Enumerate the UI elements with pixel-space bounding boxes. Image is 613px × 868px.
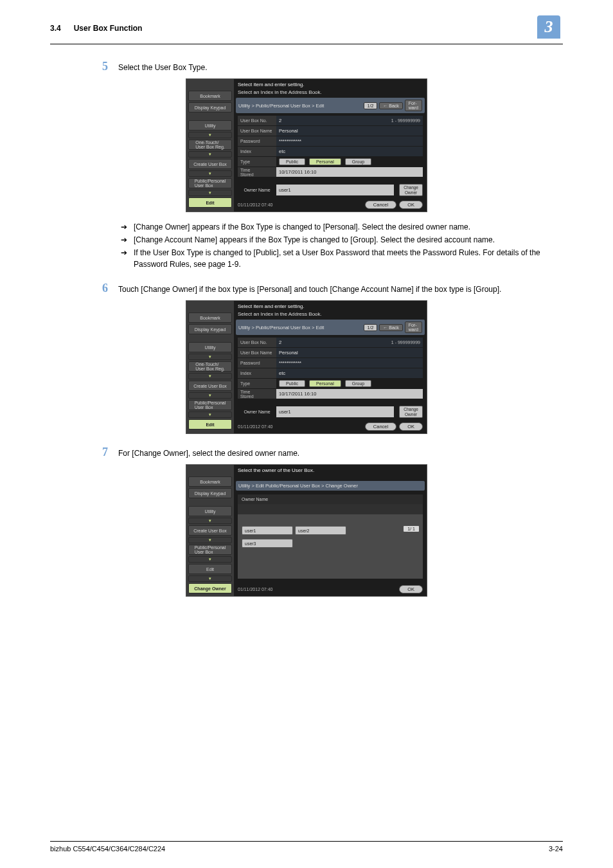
type-group-button[interactable]: Group bbox=[345, 380, 371, 387]
sidebar-item-public-personal[interactable]: Public/Personal User Box bbox=[188, 400, 232, 410]
arrow-down-icon: ▾ bbox=[188, 392, 232, 399]
section-title: User Box Function bbox=[74, 24, 143, 33]
type-personal-button[interactable]: Personal bbox=[309, 158, 341, 165]
ok-button[interactable]: OK bbox=[399, 422, 423, 431]
panel-body: User Box No. 2 1 - 999999999 User Box Na… bbox=[234, 113, 427, 198]
panel-subtitle: Select an Index in the Address Book. bbox=[234, 311, 427, 320]
bullet-text: [Change Owner] appears if the Box Type i… bbox=[134, 221, 470, 233]
panel-title: Select the owner of the User Box. bbox=[234, 465, 427, 475]
label-owner-name: Owner Name bbox=[238, 410, 276, 414]
change-owner-button[interactable]: Change Owner bbox=[399, 406, 423, 417]
bullet-item: ➔ [Change Account Name] appears if the B… bbox=[120, 234, 563, 246]
step5-bullets: ➔ [Change Owner] appears if the Box Type… bbox=[120, 221, 563, 270]
label-password: Password bbox=[238, 358, 276, 368]
product-name: bizhub C554/C454/C364/C284/C224 bbox=[50, 845, 165, 853]
value-password[interactable]: ************ bbox=[276, 136, 423, 146]
back-button[interactable]: ← Back bbox=[379, 102, 403, 109]
panel-title: Select item and enter setting. bbox=[234, 79, 427, 89]
sidebar-item-onetouch[interactable]: One-Touch/ User Box Reg. bbox=[188, 361, 232, 372]
section-num: 3.4 bbox=[50, 24, 61, 33]
sidebar-item-create-userbox[interactable]: Create User Box bbox=[188, 159, 232, 169]
sidebar-item-public-personal[interactable]: Public/Personal User Box bbox=[188, 178, 232, 188]
row-owner: Owner Name user1 Change Owner bbox=[238, 406, 423, 417]
sidebar-item-change-owner[interactable]: Change Owner bbox=[188, 583, 232, 593]
breadcrumb-text: Utility > Edit Public/Personal User Box … bbox=[238, 483, 422, 489]
value-index[interactable]: etc bbox=[276, 147, 423, 156]
panel-sidebar: Bookmark Display Keypad Utility ▾ Create… bbox=[186, 465, 234, 596]
sidebar-item-edit[interactable]: Edit bbox=[188, 564, 232, 574]
sidebar-item-public-personal[interactable]: Public/Personal User Box bbox=[188, 545, 232, 555]
page-header: 3.4 User Box Function 3 bbox=[0, 0, 613, 44]
panel-main: Select item and enter setting. Select an… bbox=[234, 301, 427, 433]
row-user-box-name: User Box Name Personal bbox=[238, 126, 423, 136]
type-personal-button[interactable]: Personal bbox=[309, 380, 341, 387]
sidebar-item-create-userbox[interactable]: Create User Box bbox=[188, 525, 232, 536]
footer-rule bbox=[50, 841, 563, 842]
value-password[interactable]: ************ bbox=[276, 358, 423, 368]
sidebar-item-create-userbox[interactable]: Create User Box bbox=[188, 381, 232, 391]
row-user-box-no: User Box No. 2 1 - 999999999 bbox=[238, 338, 423, 347]
arrow-right-icon: ➔ bbox=[120, 247, 129, 270]
user-button-user3[interactable]: user3 bbox=[242, 539, 293, 548]
forward-button[interactable]: For- ward bbox=[405, 100, 422, 111]
ok-button[interactable]: OK bbox=[399, 201, 423, 209]
cancel-button[interactable]: Cancel bbox=[365, 201, 396, 209]
label-time-stored: Time Stored bbox=[238, 167, 276, 177]
step-6: 6 Touch [Change Owner] if the box type i… bbox=[50, 282, 563, 434]
row-password: Password ************ bbox=[238, 358, 423, 368]
row-password: Password ************ bbox=[238, 136, 423, 146]
sidebar-item-edit[interactable]: Edit bbox=[188, 419, 232, 429]
value-user-box-name[interactable]: Personal bbox=[276, 126, 423, 136]
chapter-indicator: 3 bbox=[537, 15, 563, 41]
row-time-stored: Time Stored 10/17/2011 16:10 bbox=[238, 167, 423, 177]
user-box-no-hint: 1 - 999999999 bbox=[391, 340, 420, 345]
sidebar-item-bookmark[interactable]: Bookmark bbox=[188, 312, 232, 323]
type-public-button[interactable]: Public bbox=[279, 380, 305, 387]
label-owner-name: Owner Name bbox=[238, 188, 276, 192]
type-buttons: Public Personal Group bbox=[276, 157, 423, 167]
row-index: Index etc bbox=[238, 368, 423, 378]
sidebar-item-display-keypad[interactable]: Display Keypad bbox=[188, 488, 232, 498]
value-index[interactable]: etc bbox=[276, 368, 423, 378]
label-time-stored: Time Stored bbox=[238, 389, 276, 399]
panel-sidebar: Bookmark Display Keypad Utility ▾ One-To… bbox=[186, 301, 234, 433]
change-owner-button[interactable]: Change Owner bbox=[399, 184, 423, 195]
value-user-box-name[interactable]: Personal bbox=[276, 348, 423, 357]
label-type: Type bbox=[238, 379, 276, 388]
row-user-box-no: User Box No. 2 1 - 999999999 bbox=[238, 116, 423, 125]
panel-main: Select the owner of the User Box. Utilit… bbox=[234, 465, 427, 596]
panel-footer: 01/11/2012 07:40 Cancel OK bbox=[234, 420, 427, 433]
user-button-user2[interactable]: user2 bbox=[295, 526, 346, 535]
value-user-box-no[interactable]: 2 1 - 999999999 bbox=[276, 338, 423, 347]
type-buttons: Public Personal Group bbox=[276, 379, 423, 388]
step-text: Select the User Box Type. bbox=[118, 60, 208, 73]
forward-button[interactable]: For- ward bbox=[405, 321, 422, 333]
sidebar-item-display-keypad[interactable]: Display Keypad bbox=[188, 324, 232, 334]
value-owner-name: user1 bbox=[276, 185, 394, 195]
back-button[interactable]: ← Back bbox=[379, 324, 403, 331]
sidebar-item-onetouch[interactable]: One-Touch/ User Box Reg. bbox=[188, 140, 232, 150]
label-user-box-name: User Box Name bbox=[238, 126, 276, 136]
label-user-box-no: User Box No. bbox=[238, 338, 276, 347]
type-group-button[interactable]: Group bbox=[345, 158, 371, 165]
ok-button[interactable]: OK bbox=[399, 585, 423, 593]
header-rule bbox=[50, 44, 563, 44]
sidebar-item-utility[interactable]: Utility bbox=[188, 120, 232, 131]
sidebar-item-display-keypad[interactable]: Display Keypad bbox=[188, 102, 232, 113]
user-button-user1[interactable]: user1 bbox=[242, 526, 293, 535]
panel-body: User Box No. 2 1 - 999999999 User Box Na… bbox=[234, 335, 427, 420]
sidebar-item-utility[interactable]: Utility bbox=[188, 342, 232, 352]
sidebar-item-bookmark[interactable]: Bookmark bbox=[188, 91, 232, 101]
value-user-box-no[interactable]: 2 1 - 999999999 bbox=[276, 116, 423, 125]
cancel-button[interactable]: Cancel bbox=[365, 422, 396, 431]
user-box-no-value: 2 bbox=[279, 118, 281, 123]
arrow-down-icon: ▾ bbox=[188, 170, 232, 177]
sidebar-item-bookmark[interactable]: Bookmark bbox=[188, 476, 232, 487]
label-type: Type bbox=[238, 157, 276, 167]
sidebar-item-edit[interactable]: Edit bbox=[188, 197, 232, 208]
type-public-button[interactable]: Public bbox=[279, 158, 305, 165]
panel-footer: 01/11/2012 07:40 Cancel OK bbox=[234, 198, 427, 212]
page-number: 3-24 bbox=[549, 845, 563, 853]
sidebar-item-utility[interactable]: Utility bbox=[188, 506, 232, 516]
user-page-indicator: 1/ 1 bbox=[404, 526, 419, 532]
